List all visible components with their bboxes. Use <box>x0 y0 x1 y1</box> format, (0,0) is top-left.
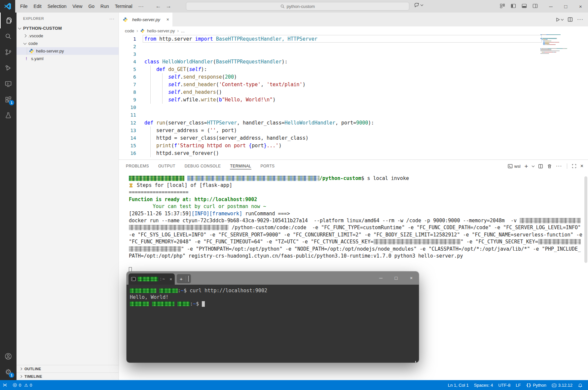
error-count: 0 <box>19 383 21 388</box>
panel-tab-ports[interactable]: PORTS <box>260 160 275 172</box>
indentation[interactable]: Spaces: 4 <box>471 383 496 388</box>
cursor-position[interactable]: Ln 1, Col 1 <box>445 383 471 388</box>
code-line-14[interactable]: 14 httpd = server_class(server_address, … <box>119 134 588 142</box>
command-center[interactable]: python-custom <box>186 2 409 11</box>
maximize-button[interactable]: □ <box>388 271 404 285</box>
split-terminal-icon[interactable] <box>538 164 543 169</box>
redacted-text <box>129 246 181 252</box>
minimize-button[interactable]: ─ <box>373 271 388 285</box>
split-editor-icon[interactable] <box>568 17 573 22</box>
remote-indicator[interactable] <box>0 380 10 390</box>
breadcrumb-folder[interactable]: code <box>125 28 134 33</box>
code-line-9[interactable]: 9 self.wfile.write(b"Hello, World!\n") <box>119 96 588 104</box>
close-button[interactable]: × <box>404 271 419 285</box>
menu-item-edit[interactable]: Edit <box>31 2 45 10</box>
menu-more-button[interactable]: ··· <box>135 2 147 10</box>
explorer-actions-button[interactable]: ··· <box>109 16 115 21</box>
section-timeline[interactable]: TIMELINE <box>17 372 119 380</box>
windows-terminal-window[interactable]: : ~ × + ─ □ × :~$ curl http://localhost:… <box>127 271 419 363</box>
close-button[interactable]: × <box>573 0 588 13</box>
code-line-2[interactable]: 2 <box>119 43 588 50</box>
section-label: OUTLINE <box>24 367 41 371</box>
encoding[interactable]: UTF-8 <box>496 383 513 388</box>
code-line-1[interactable]: 1from http.server import BaseHTTPRequest… <box>119 35 588 43</box>
code-editor[interactable]: 1from http.server import BaseHTTPRequest… <box>119 35 588 158</box>
terminal-window-tab[interactable]: : ~ × <box>129 273 175 285</box>
kill-terminal-icon[interactable] <box>547 164 552 169</box>
maximize-panel-icon[interactable] <box>572 164 576 168</box>
code-line-8[interactable]: 8 self.end_headers() <box>119 89 588 96</box>
toggle-primary-sidebar-icon[interactable] <box>511 3 516 9</box>
code-line-11[interactable]: 11 <box>119 111 588 119</box>
new-terminal-button[interactable]: + <box>525 163 528 169</box>
code-line-6[interactable]: 6 self.send_response(200) <box>119 73 588 81</box>
notifications-bell[interactable] <box>575 383 585 388</box>
close-panel-icon[interactable]: × <box>580 163 583 169</box>
back-arrow-icon[interactable]: ← <box>156 3 161 10</box>
menu-item-go[interactable]: Go <box>85 2 97 10</box>
settings-button[interactable]: ⚙ 1 <box>0 364 17 380</box>
sidebar-item-source-control[interactable] <box>0 44 17 60</box>
tree-item-vscode[interactable]: .vscode <box>17 32 119 40</box>
sidebar-item-remote-explorer[interactable] <box>0 76 17 92</box>
menu-item-view[interactable]: View <box>69 2 85 10</box>
toggle-secondary-sidebar-icon[interactable] <box>533 3 538 9</box>
run-python-button[interactable] <box>555 17 563 22</box>
tree-item-hello-server-py[interactable]: hello-server.py <box>17 47 119 55</box>
tree-item-python-custom[interactable]: PYTHON-CUSTOM <box>17 24 119 32</box>
language-mode[interactable]: {} Python <box>523 383 549 388</box>
code-line-3[interactable]: 3 <box>119 50 588 58</box>
eol-sequence[interactable]: LF <box>513 383 523 388</box>
menu-item-terminal[interactable]: Terminal <box>112 2 135 10</box>
sidebar-item-search[interactable] <box>0 28 17 44</box>
tree-item-s-yaml[interactable]: !s.yaml <box>17 55 119 62</box>
toggle-panel-icon[interactable] <box>522 3 527 9</box>
tree-item-code[interactable]: code <box>17 40 119 47</box>
panel-scrollbar[interactable] <box>584 176 587 263</box>
panel-tab-output[interactable]: OUTPUT <box>158 160 176 172</box>
menu-item-selection[interactable]: Selection <box>45 2 70 10</box>
tab-close-icon[interactable]: × <box>166 17 169 22</box>
code-line-15[interactable]: 15 print(f'Starting httpd on port {port}… <box>119 142 588 149</box>
panel-tab-problems[interactable]: PROBLEMS <box>126 160 149 172</box>
terminal-window-content[interactable]: :~$ curl http://localhost:9002Hello, Wor… <box>127 285 419 363</box>
forward-arrow-icon[interactable]: → <box>166 3 171 10</box>
code-line-13[interactable]: 13 server_address = ('', port) <box>119 126 588 134</box>
sidebar-item-testing[interactable] <box>0 108 17 124</box>
section-outline[interactable]: OUTLINE <box>17 365 119 372</box>
tab-close-icon[interactable]: × <box>169 277 172 282</box>
minimap[interactable] <box>540 34 571 54</box>
sidebar-item-extensions[interactable]: 1 <box>0 92 17 108</box>
terminal-dropdown-icon[interactable] <box>532 164 534 167</box>
copilot-button[interactable] <box>414 2 423 8</box>
more-actions-button[interactable]: ··· <box>577 17 583 22</box>
terminal-window-titlebar[interactable]: : ~ × + ─ □ × <box>127 271 419 285</box>
terminal-profile[interactable]: wsl <box>508 164 521 169</box>
code-line-4[interactable]: 4class HelloWorldHandler(BaseHTTPRequest… <box>119 58 588 65</box>
menu-item-run[interactable]: Run <box>97 2 112 10</box>
tab-dropdown-button[interactable] <box>186 276 191 282</box>
tab-hello-server[interactable]: hello-server.py × <box>119 13 172 26</box>
code-line-5[interactable]: 5 def do_GET(self): <box>119 65 588 73</box>
terminal-output[interactable]: /python-custom$ s local invoke Steps for… <box>129 175 581 273</box>
code-line-10[interactable]: 10 <box>119 104 588 111</box>
sidebar-item-run-debug[interactable] <box>0 60 17 76</box>
python-interpreter[interactable]: 3.12.12 <box>549 383 575 388</box>
menu-item-file[interactable]: File <box>17 2 31 10</box>
panel-tab-debug-console[interactable]: DEBUG CONSOLE <box>184 160 221 172</box>
breadcrumb-file[interactable]: hello-server.py <box>147 28 175 33</box>
code-line-12[interactable]: 12def run(server_class=HTTPServer, handl… <box>119 119 588 126</box>
minimize-button[interactable]: ─ <box>543 0 558 13</box>
code-line-7[interactable]: 7 self.send_header('Content-type', 'text… <box>119 81 588 89</box>
customize-layout-icon[interactable] <box>500 3 505 9</box>
panel-more-button[interactable]: ··· <box>556 163 562 169</box>
problems-indicator[interactable]: 0 ⚠ 0 <box>10 380 35 390</box>
code-line-16[interactable]: 16 httpd.serve_forever() <box>119 149 588 157</box>
new-tab-button[interactable]: + <box>177 276 186 282</box>
breadcrumb-symbol[interactable]: ... <box>181 28 185 33</box>
sidebar-item-explorer[interactable] <box>0 13 17 28</box>
accounts-button[interactable] <box>0 348 17 364</box>
maximize-button[interactable]: □ <box>558 0 573 13</box>
panel-tab-terminal[interactable]: TERMINAL <box>230 160 252 172</box>
terminal-line: [2025-11-26 15:37:59][INFO][framework] r… <box>129 210 581 217</box>
